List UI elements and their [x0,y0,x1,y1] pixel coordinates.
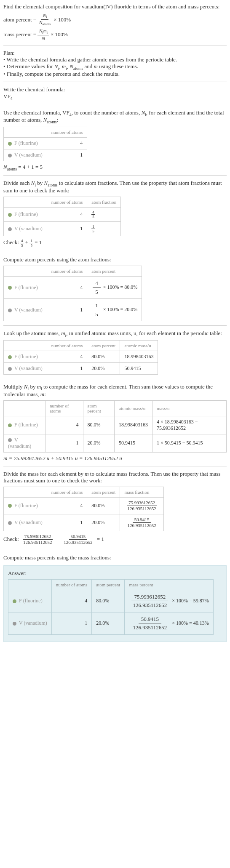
atom-percents-text: Compute atom percents using the atom fra… [3,256,227,263]
count-table: number of atoms F (fluorine)4 V (vanadiu… [3,127,87,161]
multiply-table: number of atomsatom percentatomic mass/u… [3,400,227,453]
massfrac-check: Check: 75.993612652126.935112652 + 50.94… [3,534,227,545]
massfrac-table: number of atomsatom percentmass fraction… [3,487,164,532]
answer-table: number of atomsatom percentmass percent … [8,579,214,635]
atom-fractions-text: Divide each Ni by Natoms to calculate at… [3,180,227,194]
answer-label: Answer: [8,570,222,577]
massfrac-text: Divide the mass for each element by m to… [3,471,227,484]
atom-fractions-check: Check: 45 + 15 = 1 [3,239,227,248]
plan: Plan: • Write the chemical formula and g… [3,50,227,77]
count-atoms: Use the chemical formula, VF4, to count … [3,109,227,124]
mass-percent-formula: mass percent = Nimi m × 100% [3,28,227,41]
answer-box: Answer: number of atomsatom percentmass … [3,565,227,642]
count-total: Natoms = 4 + 1 = 5 [3,164,227,171]
chemical-formula: Write the chemical formula: VF4 [3,86,227,101]
intro-text: Find the elemental composition for vanad… [3,3,227,10]
multiply-text: Multiply Ni by mi to compute the mass fo… [3,383,227,398]
atom-percent-formula: atom percent = Ni Natoms × 100% [3,13,227,27]
atom-percents-table: number of atomsatom percent F (fluorine)… [3,266,142,321]
lookup-table: number of atomsatom percentatomic mass/u… [3,340,158,375]
atom-fractions-table: number of atomsatom fraction F (fluorine… [3,197,121,236]
final-text: Compute mass percents using the mass fra… [3,554,227,561]
lookup-text: Look up the atomic mass, mi, in unified … [3,330,227,338]
multiply-total: m = 75.993612652 u + 50.9415 u = 126.935… [3,455,227,462]
